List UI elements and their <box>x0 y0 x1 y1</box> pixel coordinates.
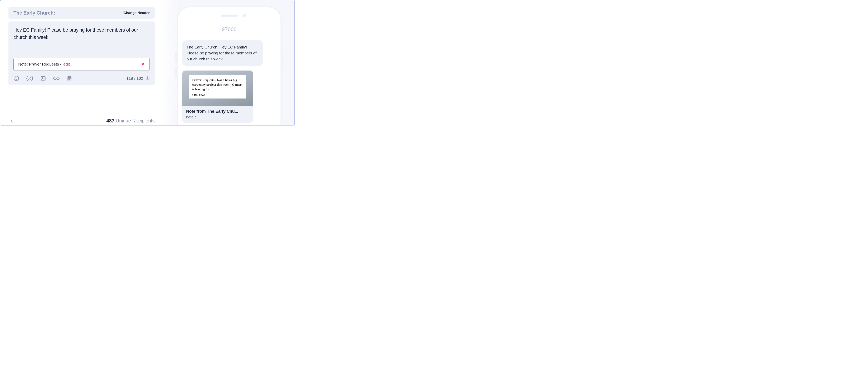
link-preview-url: note.cl <box>186 115 249 120</box>
char-count: 118 / 160 <box>126 76 150 81</box>
phone-side-button <box>175 52 177 63</box>
merge-field-button[interactable] <box>26 75 33 81</box>
link-preview-hero-inner: Prayer Requests - Noah has a big carpent… <box>189 75 246 99</box>
info-icon[interactable] <box>146 76 150 80</box>
merge-field-icon <box>26 75 33 81</box>
svg-point-17 <box>147 77 148 78</box>
phone-side-button <box>175 67 177 78</box>
svg-point-3 <box>16 78 16 78</box>
recipients-suffix: Unique Recipients <box>114 118 155 124</box>
sender-number: 97000 <box>178 27 280 32</box>
link-preview-hero: Prayer Requests - Noah has a big carpent… <box>182 70 253 106</box>
link-icon <box>53 75 60 81</box>
phone-side-button <box>281 52 283 70</box>
link-preview-card[interactable]: Prayer Requests - Noah has a big carpent… <box>182 70 253 123</box>
recipients-count: 487 <box>106 118 114 124</box>
link-preview-meta: Note from The Early Chu... note.cl <box>182 106 253 123</box>
composer-toolbar: 118 / 160 <box>13 75 150 81</box>
emoji-icon <box>13 75 19 81</box>
note-button[interactable] <box>67 75 72 81</box>
recipients-summary[interactable]: 487 Unique Recipients <box>106 118 155 124</box>
note-icon <box>67 75 72 81</box>
image-icon <box>40 75 46 81</box>
recipients-row: To 487 Unique Recipients <box>8 118 155 124</box>
message-header-title: The Early Church: <box>13 10 55 16</box>
message-bubble: The Early Church: Hey EC Family! Please … <box>182 40 263 66</box>
svg-point-4 <box>17 78 18 78</box>
note-edit-button[interactable]: edit <box>63 62 70 67</box>
phone-speaker <box>221 14 238 17</box>
phone-mockup: 97000 The Early Church: Hey EC Family! P… <box>177 6 282 126</box>
phone-camera <box>243 14 246 17</box>
note-chip-content: Note: Prayer Requests - edit <box>18 62 70 67</box>
to-label: To <box>8 118 13 124</box>
change-header-button[interactable]: Change Header <box>123 11 150 15</box>
emoji-button[interactable] <box>13 75 19 81</box>
svg-point-5 <box>29 77 31 78</box>
toolbar-icon-group <box>13 75 72 81</box>
link-button[interactable] <box>53 75 60 81</box>
composer-column: The Early Church: Change Header Hey EC F… <box>8 7 155 85</box>
svg-point-2 <box>14 76 19 81</box>
link-preview-title: Note from The Early Chu... <box>186 109 249 114</box>
note-attachment-chip: Note: Prayer Requests - edit <box>13 58 150 71</box>
svg-point-7 <box>42 77 43 78</box>
link-preview-readtime: 1 MIN READ <box>192 94 243 96</box>
preview-column: 97000 The Early Church: Hey EC Family! P… <box>160 0 294 125</box>
message-body-card: Hey EC Family! Please be praying for the… <box>8 22 155 85</box>
close-icon <box>141 62 145 66</box>
note-chip-label: Note: Prayer Requests - <box>18 62 61 67</box>
message-body-text[interactable]: Hey EC Family! Please be praying for the… <box>13 27 146 41</box>
message-header-bar: The Early Church: Change Header <box>8 7 155 19</box>
compose-message-frame: The Early Church: Change Header Hey EC F… <box>0 0 295 126</box>
image-button[interactable] <box>40 75 46 81</box>
char-count-text: 118 / 160 <box>126 76 143 81</box>
note-remove-button[interactable] <box>141 62 145 66</box>
link-preview-excerpt: Prayer Requests - Noah has a big carpent… <box>192 78 243 92</box>
